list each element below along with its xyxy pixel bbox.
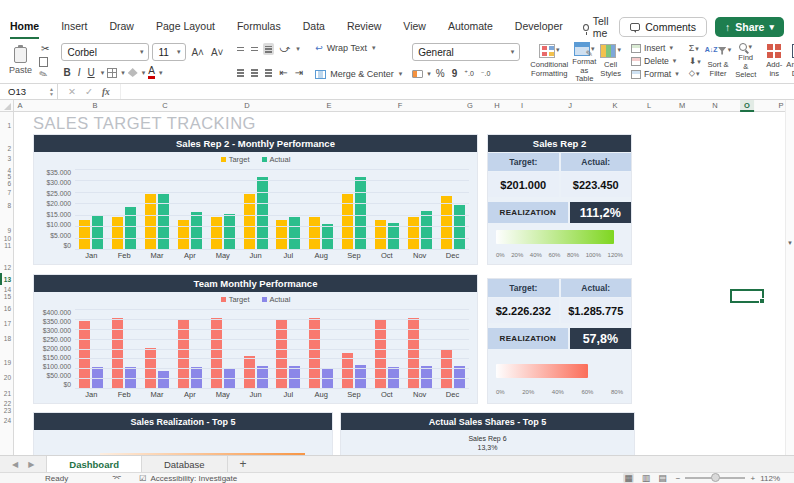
column-header-A[interactable]: A xyxy=(13,100,26,112)
row-header-10[interactable]: 10 xyxy=(4,235,11,242)
italic-button[interactable]: I xyxy=(76,67,83,78)
column-header-G[interactable]: G xyxy=(463,100,477,112)
row-header-11[interactable]: 11 xyxy=(4,242,11,249)
tell-me-button[interactable]: Tell me xyxy=(583,15,620,39)
find-select-button[interactable]: ▾ Find & Select xyxy=(735,42,756,80)
chart-actual-sales-shares-top5[interactable]: Actual Sales Shares - Top 5 Sales Rep 6 … xyxy=(340,412,635,455)
percent-style-button[interactable]: % xyxy=(434,68,447,79)
delete-cells-button[interactable]: Delete▾ xyxy=(631,56,679,66)
row-header-2[interactable]: 2 xyxy=(7,145,11,152)
column-header-F[interactable]: F xyxy=(394,100,407,112)
orientation-button[interactable]: ⤻ xyxy=(277,43,292,55)
row-header-20[interactable]: 20 xyxy=(4,374,11,381)
sheet-tab-dashboard[interactable]: Dashboard xyxy=(46,456,142,472)
clear-button[interactable]: ⬦▾ xyxy=(689,68,701,79)
column-header-D[interactable]: D xyxy=(240,100,253,112)
column-header-H[interactable]: H xyxy=(490,100,503,112)
font-family-select[interactable]: Corbel▾ xyxy=(61,43,149,61)
ribbon-tab-insert[interactable]: Insert xyxy=(61,16,87,39)
align-right-button[interactable] xyxy=(263,67,274,79)
ribbon-tab-view[interactable]: View xyxy=(403,16,426,39)
column-header-C[interactable]: C xyxy=(158,100,171,112)
row-header-1[interactable]: 1 xyxy=(7,122,11,129)
align-left-button[interactable] xyxy=(235,67,246,79)
ribbon-tab-formulas[interactable]: Formulas xyxy=(237,16,281,39)
column-header-I[interactable]: I xyxy=(517,100,527,112)
enter-icon[interactable]: ✓ xyxy=(85,86,93,97)
sort-filter-button[interactable]: A↓Z▾ Sort & Filter xyxy=(705,42,731,80)
increase-decimal-button[interactable]: ⁺.0 xyxy=(462,70,476,78)
formula-input[interactable] xyxy=(121,84,794,99)
row-header-7[interactable]: 7 xyxy=(7,189,11,196)
column-header-M[interactable]: M xyxy=(675,100,689,112)
zoom-out-button[interactable]: − xyxy=(676,474,681,483)
align-bottom-button[interactable] xyxy=(263,43,274,55)
conditional-formatting-button[interactable]: ▾ Conditional Formatting xyxy=(530,42,568,80)
number-format-select[interactable]: General▾ xyxy=(412,43,520,61)
font-size-select[interactable]: 11▾ xyxy=(152,43,186,61)
name-box[interactable]: O13 ▲▼ xyxy=(0,84,58,99)
select-all-corner[interactable] xyxy=(0,100,14,112)
column-header-E[interactable]: E xyxy=(322,100,335,112)
kpi-panel-sales-rep2[interactable]: Sales Rep 2 Target: Actual: $201.000 $22… xyxy=(487,134,632,265)
sheet-nav-left-icon[interactable]: ◀ xyxy=(12,460,18,469)
chart-sales-rep2-monthly[interactable]: Sales Rep 2 - Monthly Performance Target… xyxy=(33,134,478,265)
row-header-12[interactable]: 12 xyxy=(4,264,11,271)
chart-sales-realization-top5[interactable]: Sales Realization - Top 5 Sales Rep 2 11… xyxy=(33,412,333,455)
ribbon-tab-developer[interactable]: Developer xyxy=(515,16,563,39)
row-header-16[interactable]: 16 xyxy=(4,305,11,312)
fill-color-button[interactable] xyxy=(128,68,138,77)
row-header-3[interactable]: 3 xyxy=(7,155,11,162)
analyze-data-button[interactable]: Analyze Data xyxy=(786,42,794,80)
zoom-slider[interactable] xyxy=(685,477,745,479)
format-as-table-button[interactable]: ▾ Format as Table xyxy=(572,42,596,80)
share-button[interactable]: ↑ Share ▾ xyxy=(715,17,784,37)
sheet-tab-database[interactable]: Database xyxy=(142,456,228,472)
column-header-B[interactable]: B xyxy=(88,100,101,112)
row-header-23[interactable]: 23 xyxy=(4,407,11,414)
accessibility-status[interactable]: ☑ Accessibility: Investigate xyxy=(139,474,237,483)
kpi-panel-team[interactable]: Target: Actual: $2.226.232 $1.285.775 RE… xyxy=(487,278,632,404)
ribbon-tab-home[interactable]: Home xyxy=(10,16,39,39)
row-header-18[interactable]: 18 xyxy=(4,335,11,342)
paste-button[interactable]: Paste xyxy=(6,47,35,75)
row-header-19[interactable]: 19 xyxy=(4,359,11,366)
row-header-22[interactable]: 22 xyxy=(4,400,11,407)
insert-cells-button[interactable]: Insert▾ xyxy=(631,43,679,53)
add-sheet-button[interactable]: + xyxy=(228,456,259,472)
selected-cell-O13[interactable] xyxy=(730,289,764,303)
column-header-N[interactable]: N xyxy=(708,100,721,112)
decrease-font-button[interactable]: A˅ xyxy=(209,47,226,58)
wrap-text-button[interactable]: ↩ Wrap Text▾ xyxy=(315,43,402,53)
bold-button[interactable]: B xyxy=(61,67,72,78)
cell-styles-button[interactable]: ▾ Cell Styles xyxy=(600,42,621,80)
column-header-L[interactable]: L xyxy=(643,100,655,112)
page-break-view-button[interactable]: ▤ xyxy=(658,473,667,483)
borders-button[interactable] xyxy=(107,68,117,78)
insert-function-icon[interactable]: fx xyxy=(102,87,110,97)
format-cells-button[interactable]: Format▾ xyxy=(631,69,679,79)
zoom-slider-knob[interactable] xyxy=(711,473,720,482)
column-header-J[interactable]: J xyxy=(564,100,576,112)
comma-style-button[interactable]: 9 xyxy=(450,68,460,79)
copy-button[interactable] xyxy=(39,57,48,67)
align-top-button[interactable] xyxy=(235,44,246,53)
ribbon-tab-data[interactable]: Data xyxy=(303,16,325,39)
ribbon-tab-review[interactable]: Review xyxy=(347,16,381,39)
row-header-6[interactable]: 6 xyxy=(7,180,11,187)
column-header-K[interactable]: K xyxy=(608,100,621,112)
row-header-24[interactable]: 24 xyxy=(4,417,11,424)
ribbon-tab-draw[interactable]: Draw xyxy=(109,16,134,39)
zoom-level[interactable]: 112% xyxy=(760,474,780,483)
merge-center-button[interactable]: Merge & Center▾ xyxy=(315,69,402,79)
decrease-decimal-button[interactable]: ⁻.0 xyxy=(479,70,493,78)
row-header-5[interactable]: 5 xyxy=(7,173,11,180)
sheet-nav-right-icon[interactable]: ▶ xyxy=(28,460,34,469)
row-header-15[interactable]: 15 xyxy=(4,293,11,300)
addins-button[interactable]: Add-ins xyxy=(766,42,782,80)
row-header-8[interactable]: 8 xyxy=(7,202,11,209)
comments-button[interactable]: Comments xyxy=(619,17,707,37)
align-center-button[interactable] xyxy=(249,67,260,79)
fill-button[interactable]: ⬇▾ xyxy=(689,56,701,66)
row-header-21[interactable]: 21 xyxy=(4,390,11,397)
